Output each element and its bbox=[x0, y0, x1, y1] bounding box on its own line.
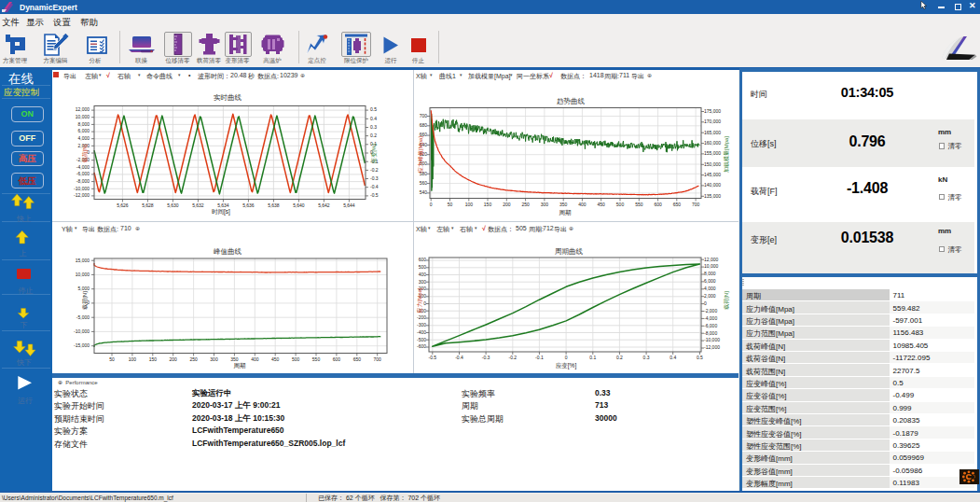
svg-text:0.5: 0.5 bbox=[697, 355, 703, 360]
svg-text:400: 400 bbox=[251, 356, 259, 362]
svg-text:8,000: 8,000 bbox=[704, 271, 716, 276]
svg-text:-12,000: -12,000 bbox=[704, 344, 720, 350]
svg-text:250: 250 bbox=[521, 201, 530, 206]
svg-text:8,000: 8,000 bbox=[77, 120, 90, 126]
svg-text:150: 150 bbox=[149, 356, 158, 362]
svg-text:0.5: 0.5 bbox=[370, 106, 377, 112]
svg-text:0.3: 0.3 bbox=[370, 123, 377, 129]
svg-text:5,640: 5,640 bbox=[293, 202, 305, 207]
svg-text:-0.4: -0.4 bbox=[455, 355, 463, 360]
svg-text:-400: -400 bbox=[417, 329, 426, 335]
svg-text:250: 250 bbox=[189, 356, 198, 362]
svg-text:500: 500 bbox=[616, 201, 625, 206]
svg-text:150,000: 150,000 bbox=[704, 160, 721, 166]
svg-text:-4,000: -4,000 bbox=[76, 163, 90, 169]
svg-text:140,000: 140,000 bbox=[704, 182, 721, 188]
svg-text:-12,000: -12,000 bbox=[74, 192, 90, 198]
svg-text:-2,000: -2,000 bbox=[704, 308, 717, 314]
svg-text:155,000: 155,000 bbox=[704, 150, 721, 156]
svg-text:5,628: 5,628 bbox=[142, 202, 154, 207]
svg-text:350: 350 bbox=[559, 201, 568, 206]
svg-text:-300: -300 bbox=[417, 322, 426, 328]
svg-text:-4,000: -4,000 bbox=[704, 315, 717, 321]
svg-text:400: 400 bbox=[578, 201, 587, 206]
svg-text:-8,000: -8,000 bbox=[704, 330, 717, 336]
svg-text:700: 700 bbox=[374, 356, 382, 362]
svg-text:700: 700 bbox=[692, 201, 700, 206]
svg-text:600: 600 bbox=[419, 257, 427, 262]
svg-text:550: 550 bbox=[312, 356, 321, 362]
svg-text:周期曲线: 周期曲线 bbox=[555, 247, 584, 256]
svg-text:175,000: 175,000 bbox=[704, 107, 721, 113]
svg-text:50: 50 bbox=[109, 356, 115, 362]
svg-text:300: 300 bbox=[210, 356, 218, 362]
svg-text:-5,000: -5,000 bbox=[76, 314, 90, 320]
svg-text:5,626: 5,626 bbox=[117, 202, 129, 207]
svg-text:-6,000: -6,000 bbox=[76, 171, 90, 176]
svg-text:0: 0 bbox=[87, 300, 90, 305]
svg-text:600: 600 bbox=[333, 356, 341, 362]
svg-text:300: 300 bbox=[419, 279, 427, 285]
svg-text:-0.2: -0.2 bbox=[508, 355, 517, 360]
svg-text:450: 450 bbox=[271, 356, 280, 362]
svg-text:实时曲线: 实时曲线 bbox=[214, 93, 242, 102]
svg-text:0: 0 bbox=[704, 300, 707, 306]
svg-text:160,000: 160,000 bbox=[704, 139, 721, 145]
svg-text:10,000: 10,000 bbox=[76, 272, 90, 277]
svg-text:200: 200 bbox=[170, 356, 178, 362]
svg-text:-200: -200 bbox=[417, 314, 426, 320]
svg-text:5,632: 5,632 bbox=[192, 202, 204, 207]
svg-text:0.4: 0.4 bbox=[669, 355, 676, 360]
svg-text:-8,000: -8,000 bbox=[76, 177, 90, 183]
svg-text:-10,000: -10,000 bbox=[74, 185, 90, 190]
svg-text:450: 450 bbox=[598, 201, 606, 206]
svg-text:0.2: 0.2 bbox=[370, 132, 377, 137]
svg-text:载荷[N]: 载荷[N] bbox=[82, 291, 88, 310]
svg-text:4,000: 4,000 bbox=[77, 135, 90, 141]
svg-text:200: 200 bbox=[503, 201, 511, 206]
svg-text:-0.5: -0.5 bbox=[428, 355, 436, 360]
svg-text:0: 0 bbox=[423, 300, 426, 306]
svg-text:0.3: 0.3 bbox=[643, 355, 650, 360]
svg-text:-0.3: -0.3 bbox=[370, 174, 379, 180]
svg-text:5,630: 5,630 bbox=[167, 202, 179, 207]
svg-text:-6,000: -6,000 bbox=[704, 323, 717, 328]
svg-text:100: 100 bbox=[465, 201, 474, 206]
svg-text:载荷[N]: 载荷[N] bbox=[82, 144, 88, 162]
svg-text:12,000: 12,000 bbox=[76, 106, 90, 112]
svg-text:600: 600 bbox=[654, 201, 662, 206]
svg-text:-0.5: -0.5 bbox=[370, 192, 379, 198]
svg-text:0: 0 bbox=[87, 149, 90, 155]
svg-text:5,642: 5,642 bbox=[318, 202, 330, 207]
svg-text:加载模量[Mpa]: 加载模量[Mpa] bbox=[724, 135, 729, 172]
svg-text:5,638: 5,638 bbox=[268, 202, 280, 207]
svg-text:10,000: 10,000 bbox=[76, 114, 90, 119]
svg-text:-10,000: -10,000 bbox=[74, 328, 90, 334]
svg-text:550: 550 bbox=[635, 201, 643, 206]
svg-text:400: 400 bbox=[419, 272, 427, 277]
svg-text:峰值曲线: 峰值曲线 bbox=[214, 247, 242, 256]
svg-text:135,000: 135,000 bbox=[704, 192, 721, 198]
svg-text:应力峰值[Mpa]: 应力峰值[Mpa] bbox=[417, 135, 423, 172]
svg-text:5,000: 5,000 bbox=[77, 286, 90, 291]
svg-text:50: 50 bbox=[448, 201, 453, 206]
svg-text:应变[%]: 应变[%] bbox=[556, 362, 577, 370]
svg-text:6,000: 6,000 bbox=[704, 278, 716, 284]
svg-text:6,000: 6,000 bbox=[77, 128, 90, 133]
svg-text:0: 0 bbox=[565, 355, 568, 360]
svg-text:-500: -500 bbox=[417, 337, 426, 342]
svg-text:-0.1: -0.1 bbox=[535, 355, 544, 360]
svg-text:-10,000: -10,000 bbox=[704, 337, 720, 342]
svg-text:165,000: 165,000 bbox=[704, 129, 721, 134]
svg-text:10,000: 10,000 bbox=[704, 263, 719, 269]
svg-text:-0.4: -0.4 bbox=[370, 184, 379, 189]
svg-text:4,000: 4,000 bbox=[704, 286, 716, 291]
svg-text:100: 100 bbox=[129, 356, 137, 362]
svg-text:12,000: 12,000 bbox=[704, 257, 719, 262]
svg-text:载荷[N]: 载荷[N] bbox=[724, 291, 729, 310]
svg-text:时间[s]: 时间[s] bbox=[212, 207, 230, 215]
svg-text:650: 650 bbox=[673, 201, 682, 206]
svg-text:150: 150 bbox=[484, 201, 492, 206]
svg-text:540: 540 bbox=[420, 189, 428, 195]
svg-text:0.1: 0.1 bbox=[589, 355, 596, 360]
